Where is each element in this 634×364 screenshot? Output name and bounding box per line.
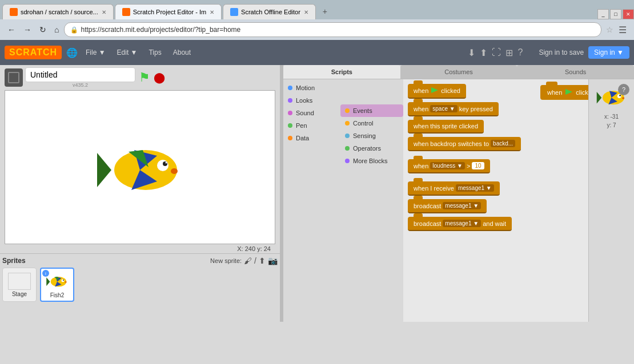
key-dropdown[interactable]: space ▼ (430, 105, 457, 112)
block-when-flag-clicked: when clicked (408, 84, 524, 99)
file-menu[interactable]: File ▼ (82, 47, 109, 58)
sound-dot (288, 111, 292, 115)
category-sound[interactable]: Sound (283, 107, 340, 119)
block-text-when3: when (414, 163, 428, 169)
zoom-icon[interactable]: ⊞ (505, 47, 513, 58)
header-icons: ⬇ ⬆ ⛶ ⊞ ? (468, 47, 523, 58)
bookmark-button[interactable]: ☆ (606, 25, 613, 34)
broadcast-wait-block[interactable]: broadcast message1 ▼ and wait (408, 217, 512, 231)
sensing-category[interactable]: Sensing (340, 130, 403, 142)
fish2-sprite-thumb[interactable]: i Fish2 (40, 268, 74, 302)
when-loudness-block[interactable]: when loudness ▼ > 10 (408, 159, 490, 173)
tab-1[interactable]: sdrohan / scratch / source... ✕ (2, 4, 114, 19)
category-data[interactable]: Data (283, 132, 340, 144)
edit-sprite-button[interactable]: / (254, 256, 256, 265)
category-motion[interactable]: Motion (283, 82, 340, 94)
stop-button[interactable]: ⬤ (154, 71, 165, 84)
upload-icon[interactable]: ⬆ (480, 47, 487, 58)
block-text-gt: > (467, 163, 470, 169)
when-sprite-clicked-block[interactable]: when this sprite clicked (408, 120, 484, 134)
help-icon[interactable]: ? (517, 47, 523, 58)
block-text-backdrop1: when backdrop switches to (414, 140, 489, 147)
more-blocks-category[interactable]: More Blocks (340, 155, 403, 167)
tab2-close[interactable]: ✕ (210, 9, 214, 15)
category-looks[interactable]: Looks (283, 94, 340, 107)
stage-canvas (5, 90, 275, 244)
svg-marker-23 (597, 92, 602, 104)
tab3-title: Scratch Offline Editor (241, 9, 300, 15)
refresh-button[interactable]: ↻ (37, 24, 49, 35)
sign-in-button[interactable]: Sign in ▼ (588, 46, 629, 59)
coord-bar: X: 240 y: 24 (0, 244, 280, 253)
svg-point-27 (619, 95, 621, 96)
data-label: Data (296, 135, 309, 141)
when-key-pressed-block[interactable]: when space ▼ key pressed (408, 102, 499, 116)
loudness-value[interactable]: 10 (472, 162, 484, 169)
tips-menu[interactable]: Tips (145, 47, 164, 58)
loudness-dropdown[interactable]: loudness ▼ (430, 162, 465, 169)
workspace-help-button[interactable]: ? (618, 84, 629, 95)
green-flag-button[interactable]: ⚑ (139, 70, 150, 85)
block-text-when2: when (414, 106, 428, 112)
svg-point-18 (63, 280, 64, 281)
forward-button[interactable]: → (21, 24, 34, 35)
edit-menu[interactable]: Edit ▼ (114, 47, 141, 58)
minimize-button[interactable]: _ (597, 9, 609, 19)
costumes-tab[interactable]: Costumes (400, 65, 517, 79)
sounds-tab[interactable]: Sounds (517, 65, 634, 79)
home-button[interactable]: ⌂ (51, 24, 62, 35)
when-receive-block[interactable]: when I receive message1 ▼ (408, 181, 500, 196)
fullscreen-icon[interactable]: ⛶ (492, 47, 501, 58)
block-text-clicked1: clicked (441, 87, 460, 94)
broadcast-dropdown[interactable]: message1 ▼ (443, 202, 481, 209)
browser-menu-button[interactable]: ☰ (616, 23, 629, 37)
stage-fish-sprite (94, 136, 186, 199)
operators-category[interactable]: Operators (340, 142, 403, 155)
pen-dot (288, 123, 292, 128)
sound-label: Sound (296, 110, 314, 116)
scripts-area: Scripts Costumes Sounds Motion Looks (283, 65, 634, 322)
info-badge[interactable]: i (42, 270, 49, 277)
scratch-logo: SCRATCH (5, 46, 62, 59)
sign-in-save[interactable]: Sign in to save (539, 48, 584, 56)
broadcast-block[interactable]: broadcast message1 ▼ (408, 199, 487, 213)
address-bar[interactable]: 🔒 https://scratch.mit.edu/projects/edito… (64, 22, 601, 37)
about-menu[interactable]: About (170, 47, 194, 58)
maximize-button[interactable]: □ (610, 9, 621, 19)
new-sprite-label: New sprite: (210, 257, 242, 264)
project-name-input[interactable] (25, 67, 135, 82)
svg-marker-21 (565, 89, 572, 95)
svg-point-26 (617, 94, 621, 98)
tab1-favicon (10, 8, 18, 16)
close-button[interactable]: ✕ (623, 9, 634, 19)
tab-3[interactable]: Scratch Offline Editor ✕ (223, 4, 316, 19)
control-label: Control (353, 120, 373, 127)
receive-dropdown[interactable]: message1 ▼ (456, 184, 494, 192)
globe-icon[interactable]: 🌐 (66, 47, 78, 58)
operators-label: Operators (353, 145, 381, 152)
tab3-close[interactable]: ✕ (304, 9, 308, 15)
when-flag-clicked-block[interactable]: when clicked (408, 84, 466, 99)
when-backdrop-block[interactable]: when backdrop switches to backd... (408, 137, 521, 151)
tab1-close[interactable]: ✕ (102, 9, 106, 15)
stage-thumbnail[interactable]: Stage (2, 268, 37, 302)
category-pen[interactable]: Pen (283, 119, 340, 132)
categories-panel: Motion Looks Sound Pen (283, 79, 340, 322)
scripts-tab[interactable]: Scripts (283, 65, 400, 79)
camera-sprite-button[interactable]: 📷 (268, 256, 278, 265)
upload-sprite-button[interactable]: ⬆ (259, 256, 266, 265)
backdrop-dropdown[interactable]: backd... (491, 140, 515, 147)
control-category[interactable]: Control (340, 117, 403, 130)
block-when-key-pressed: when space ▼ key pressed (408, 102, 524, 116)
download-icon[interactable]: ⬇ (468, 47, 475, 58)
svg-point-28 (622, 97, 624, 99)
paint-new-sprite-button[interactable]: 🖌 (244, 256, 252, 265)
sprite-icon (5, 68, 23, 87)
tab-2[interactable]: Scratch Project Editor - Im ✕ (115, 4, 222, 19)
back-button[interactable]: ← (5, 24, 18, 35)
broadcast-wait-dropdown[interactable]: message1 ▼ (443, 220, 481, 227)
sprites-title: Sprites (2, 257, 26, 265)
new-tab-button[interactable]: + (317, 3, 333, 19)
scratch-header: SCRATCH 🌐 File ▼ Edit ▼ Tips About ⬇ ⬆ ⛶… (0, 40, 634, 65)
events-category[interactable]: Events (340, 104, 403, 117)
